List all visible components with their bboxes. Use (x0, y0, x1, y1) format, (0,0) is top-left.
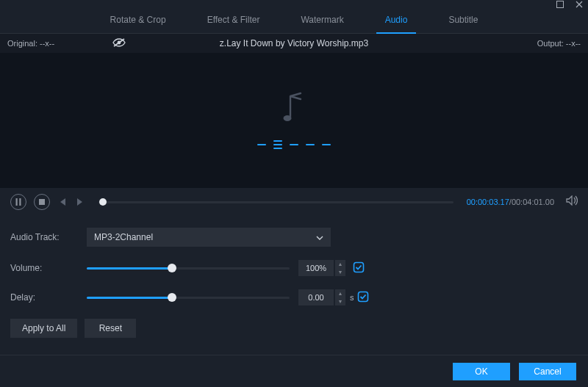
svg-rect-8 (358, 292, 368, 301)
spin-up-icon[interactable]: ▲ (335, 289, 345, 297)
stop-button[interactable] (34, 194, 50, 210)
equalizer-icon (257, 140, 331, 149)
spin-up-icon[interactable]: ▲ (335, 260, 345, 268)
delay-reset-icon[interactable] (357, 291, 369, 305)
svg-rect-5 (19, 198, 21, 206)
spin-down-icon[interactable]: ▼ (335, 268, 345, 276)
chevron-down-icon (316, 232, 323, 242)
volume-slider[interactable] (87, 261, 290, 275)
audio-track-label: Audio Track: (10, 232, 87, 242)
tab-audio[interactable]: Audio (365, 9, 429, 33)
cancel-button[interactable]: Cancel (519, 363, 576, 380)
delay-spinner[interactable]: ▲▼ (335, 289, 345, 305)
tab-effect-filter[interactable]: Effect & Filter (187, 9, 281, 33)
preview-area (0, 53, 588, 188)
maximize-button[interactable] (556, 0, 564, 9)
tab-rotate-crop[interactable]: Rotate & Crop (90, 9, 187, 33)
svg-rect-0 (557, 1, 564, 8)
delay-slider[interactable] (87, 290, 290, 305)
volume-value[interactable]: 100% (298, 260, 334, 276)
footer: OK Cancel (0, 355, 588, 387)
duration: /00:04:01.00 (509, 198, 554, 206)
reset-button[interactable]: Reset (85, 319, 136, 338)
tab-subtitle[interactable]: Subtitle (428, 9, 498, 33)
apply-to-all-button[interactable]: Apply to All (10, 319, 77, 338)
volume-slider-thumb[interactable] (168, 264, 176, 272)
audio-track-value: MP3-2Channel (94, 232, 153, 242)
delay-label: Delay: (10, 292, 87, 303)
playback-progress[interactable] (98, 201, 453, 203)
original-size-label: Original: --x-- (7, 39, 54, 48)
progress-thumb[interactable] (99, 198, 107, 206)
volume-reset-icon[interactable] (353, 261, 365, 275)
audio-track-select[interactable]: MP3-2Channel (87, 228, 331, 247)
tab-watermark[interactable]: Watermark (280, 9, 364, 33)
delay-slider-thumb[interactable] (168, 293, 176, 302)
svg-rect-7 (354, 262, 364, 272)
volume-label: Volume: (10, 263, 87, 273)
preview-toggle-icon[interactable] (112, 37, 126, 49)
controls-panel: Audio Track: MP3-2Channel Volume: 100% ▲… (0, 216, 588, 345)
current-time: 00:00:03.17 (467, 198, 509, 206)
volume-spinner[interactable]: ▲▼ (335, 260, 345, 276)
transport-bar: 00:00:03.17/00:04:01.00 (0, 188, 588, 216)
tab-bar: Rotate & Crop Effect & Filter Watermark … (0, 9, 588, 34)
time-display: 00:00:03.17/00:04:01.00 (467, 198, 554, 206)
prev-button[interactable] (57, 194, 68, 210)
close-button[interactable] (575, 0, 584, 9)
volume-icon[interactable] (566, 195, 578, 209)
pause-button[interactable] (10, 194, 26, 210)
ok-button[interactable]: OK (453, 363, 510, 380)
music-note-icon (282, 92, 306, 127)
next-button[interactable] (75, 194, 85, 210)
spin-down-icon[interactable]: ▼ (335, 297, 345, 305)
svg-rect-4 (16, 198, 18, 206)
svg-rect-6 (39, 199, 45, 205)
delay-unit: s (350, 293, 354, 302)
info-bar: Original: --x-- z.Lay It Down by Victory… (0, 34, 588, 53)
output-size-label: Output: --x-- (537, 39, 581, 48)
filename-label: z.Lay It Down by Victory Worship.mp3 (220, 38, 368, 48)
delay-value[interactable]: 0.00 (298, 289, 334, 305)
svg-point-3 (284, 115, 292, 121)
